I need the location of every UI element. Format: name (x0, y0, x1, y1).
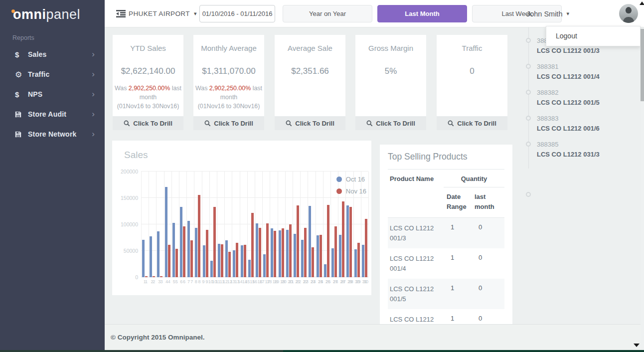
bar-group-day-18 (270, 172, 277, 277)
timeline-item[interactable]: 388382LCS CO L1212 001/5 (520, 88, 640, 114)
y-axis-tick-label: 50000 (113, 248, 138, 254)
last-month-qty-cell: 0 (472, 218, 504, 248)
kpi-comparison-value: 2,902,250.00% (209, 85, 251, 92)
bar-oct-16 (225, 240, 228, 277)
column-header-quantity: Quantity (444, 170, 504, 187)
save-icon (15, 111, 28, 118)
click-to-drill-button[interactable]: Click To Drill (275, 116, 345, 130)
x-tick-label: 30 (362, 279, 369, 284)
date-range-input[interactable] (199, 5, 275, 22)
bar-nov-16 (206, 230, 208, 277)
kpi-comparison-value: 2,902,250.00% (129, 85, 170, 92)
bar-group-day-20 (286, 172, 292, 277)
sidebar-nav: $Sales›⚙Traffic›$NPS›Store Audit›Store N… (0, 44, 105, 144)
click-to-drill-label: Click To Drill (295, 120, 334, 127)
click-to-drill-button[interactable]: Click To Drill (193, 116, 264, 130)
x-tick-label: 1 (143, 279, 150, 284)
outdent-menu-icon[interactable] (116, 10, 126, 17)
click-to-drill-button[interactable]: Click To Drill (355, 116, 426, 130)
bar-group-day-25 (323, 172, 330, 277)
timeline-list: 388380LCS CO L1212 001/3388381LCS CO L12… (520, 27, 640, 166)
kpi-comparison-text: Was 2,902,250.00% last month(01Nov16 to … (195, 84, 263, 111)
x-tick-label: 25 (324, 279, 332, 284)
avatar[interactable] (619, 4, 638, 23)
bar-group-day-11 (217, 172, 224, 277)
timeline-item[interactable]: 388381LCS CO L1212 001/4 (520, 62, 640, 88)
magnifier-icon (124, 120, 130, 127)
top-products-title: Top Selling Products (380, 145, 512, 162)
table-body: LCS CO L1212 001/310LCS CO L1212 001/410… (388, 218, 504, 324)
user-menu-toggle[interactable]: John Smith ▾ (526, 0, 569, 27)
date-range-qty-cell: 1 (444, 218, 472, 248)
bar-nov-16 (153, 276, 155, 277)
chevron-right-icon: › (92, 69, 95, 79)
click-to-drill-label: Click To Drill (214, 120, 253, 127)
sidebar-item-nps[interactable]: $NPS› (0, 84, 105, 104)
product-name-cell: LCS CO L1212 001/5 (388, 279, 444, 309)
click-to-drill-button[interactable]: Click To Drill (113, 116, 183, 130)
bar-oct-16 (150, 236, 152, 277)
click-to-drill-label: Click To Drill (376, 120, 415, 127)
x-tick-label: 29 (354, 279, 362, 284)
bar-group-day-14 (240, 172, 247, 277)
sidebar-item-label: Traffic (28, 70, 92, 78)
scrollbar-thumb[interactable] (641, 29, 644, 101)
scrollbar-up-arrow-icon[interactable] (640, 1, 644, 5)
x-axis-labels-nov: 1234567891011121314151617181920212223242… (143, 279, 370, 284)
kpi-title: YTD Sales (113, 44, 183, 52)
kpi-value: $2,351.66 (275, 66, 345, 76)
bar-nov-16 (228, 252, 231, 277)
bar-nov-16 (183, 226, 185, 277)
sidebar-item-store-network[interactable]: Store Network› (0, 124, 105, 144)
sidebar-item-label: NPS (28, 90, 92, 98)
bar-oct-16 (286, 230, 289, 277)
timeline-item[interactable]: 388383LCS CO L1212 001/6 (520, 114, 640, 140)
bar-nov-16 (342, 201, 344, 277)
timeline-panel: 388380LCS CO L1212 001/3388381LCS CO L12… (520, 27, 640, 324)
bar-oct-16 (180, 207, 182, 277)
store-selector[interactable]: PHUKET AIRPORT ▾ (129, 0, 197, 27)
sidebar-item-sales[interactable]: $Sales› (0, 44, 105, 64)
kpi-card-body: YTD Sales$2,622,140.00Was 2,902,250.00% … (113, 35, 183, 116)
table-row: LCS CO L1212 001/510 (388, 279, 504, 309)
bar-oct-16 (294, 234, 296, 277)
bar-oct-16 (195, 228, 197, 277)
timeline-item-number: 388381 (537, 62, 640, 71)
last-month-qty-cell: 0 (472, 248, 504, 279)
last-month-button[interactable]: Last Month (377, 5, 467, 22)
sidebar-item-store-audit[interactable]: Store Audit› (0, 104, 105, 124)
magnifier-icon (366, 120, 373, 127)
sidebar-item-traffic[interactable]: ⚙Traffic› (0, 64, 105, 84)
x-tick-label: 14 (241, 279, 248, 284)
dollar-icon: $ (15, 50, 28, 59)
bar-group-day-2 (149, 172, 156, 277)
bar-oct-16 (157, 231, 160, 277)
y-axis-tick-label: 200000 (113, 169, 138, 175)
bar-nov-16 (175, 249, 178, 277)
bar-group-day-13 (232, 172, 239, 277)
x-tick-label: 21 (294, 279, 302, 284)
timeline-item-number: 388382 (537, 88, 640, 97)
logout-menu-item[interactable]: Logout (546, 26, 640, 46)
x-tick-label: 6 (180, 279, 188, 284)
bar-group-day-12 (225, 172, 231, 277)
bar-nov-16 (160, 276, 162, 277)
timeline-node-icon (526, 64, 531, 69)
timeline-item[interactable]: 388385LCS CO L1212 031/3 (520, 140, 640, 166)
click-to-drill-button[interactable]: Click To Drill (437, 116, 507, 130)
chevron-down-icon: ▾ (566, 10, 569, 17)
x-tick-label: 27 (339, 279, 347, 284)
chevron-right-icon: › (92, 109, 95, 119)
bar-oct-16 (346, 205, 349, 277)
bar-oct-16 (263, 254, 266, 277)
bar-nov-16 (190, 240, 193, 277)
year-on-year-button[interactable]: Year on Year (283, 5, 372, 22)
date-range-qty-cell: 1 (444, 279, 472, 309)
window-bottom-edge (0, 350, 644, 352)
kpi-value: 0 (437, 66, 507, 76)
timeline-item-label: LCS CO L1212 001/6 (537, 123, 640, 134)
scrollbar-down-arrow-icon[interactable] (634, 344, 640, 347)
x-tick-label: 7 (188, 279, 195, 284)
bar-oct-16 (309, 206, 311, 277)
bar-group-day-21 (293, 172, 300, 277)
